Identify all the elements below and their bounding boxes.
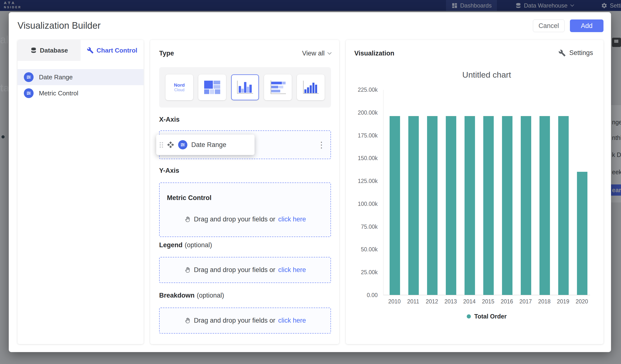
- click-here-link[interactable]: click here: [278, 266, 306, 274]
- visualization-builder-modal: Visualization Builder Cancel Add Databas…: [9, 12, 611, 352]
- kebab-menu-icon[interactable]: ⋮: [317, 141, 326, 149]
- tab-chart-control-label: Chart Control: [97, 47, 138, 54]
- add-button[interactable]: Add: [570, 19, 604, 32]
- control-sliders-icon: [178, 140, 187, 149]
- chart-bar: [521, 116, 531, 295]
- x-axis-heading: X-Axis: [159, 116, 180, 123]
- breakdown-section-heading: Breakdown(optional): [159, 292, 224, 299]
- chart-bar: [408, 116, 419, 295]
- y-tick-label: 100.00k: [358, 201, 378, 207]
- x-axis-dropzone[interactable]: Date Range ⋮: [159, 130, 331, 159]
- drop-hint: Drag and drop your fields or click here: [184, 317, 306, 324]
- cancel-button[interactable]: Cancel: [533, 19, 565, 32]
- chart-bar: [483, 116, 494, 295]
- drop-hint: Drag and drop your fields or click here: [160, 216, 330, 223]
- tab-chart-control[interactable]: Chart Control: [81, 40, 144, 61]
- word-cloud-word: Cloud: [174, 88, 184, 92]
- x-tick-label: 2020: [572, 298, 592, 305]
- chart-bar: [577, 172, 587, 295]
- y-tick-label: 125.00k: [358, 178, 378, 184]
- chart-bar: [465, 116, 475, 295]
- y-tick-label: 175.00k: [358, 132, 378, 139]
- tools-icon: [558, 49, 566, 57]
- drop-hint-text: Drag and drop your fields or: [194, 266, 276, 274]
- chart-type-bar-selected[interactable]: [231, 74, 259, 100]
- tools-icon: [87, 47, 94, 54]
- field-item-label: Metric Control: [39, 89, 78, 97]
- x-tick-label: 2019: [553, 298, 573, 305]
- drag-hand-icon: [184, 216, 191, 223]
- chart-bar: [539, 116, 550, 295]
- chart-bar: [446, 116, 456, 295]
- bar-chart-icon: [236, 79, 255, 95]
- chart-legend: Total Order: [383, 313, 590, 320]
- chip-label: Date Range: [191, 141, 226, 149]
- date-range-chip[interactable]: Date Range: [156, 135, 255, 155]
- modal-title: Visualization Builder: [17, 20, 101, 31]
- tab-database[interactable]: Database: [17, 40, 81, 61]
- chart-bar: [427, 116, 437, 295]
- chart-x-labels: 2010201120122013201420152016201720182019…: [346, 298, 604, 306]
- y-axis-heading: Y-Axis: [159, 167, 179, 174]
- x-tick-label: 2011: [403, 298, 423, 305]
- field-item-metric-control[interactable]: Metric Control: [17, 85, 144, 101]
- y-tick-label: 0.00: [367, 292, 378, 298]
- fields-panel-tabs: Database Chart Control: [17, 40, 144, 61]
- x-tick-label: 2018: [535, 298, 554, 305]
- word-cloud-word: Nord: [174, 83, 185, 88]
- click-here-link[interactable]: click here: [278, 317, 306, 324]
- chart-bar: [390, 116, 400, 295]
- x-tick-label: 2016: [497, 298, 517, 305]
- settings-label: Settings: [569, 49, 593, 57]
- settings-button[interactable]: Settings: [558, 49, 593, 57]
- chart-bar: [502, 116, 513, 295]
- type-heading: Type: [159, 50, 174, 57]
- y-tick-label: 150.00k: [358, 155, 378, 162]
- breakdown-optional-label: (optional): [197, 292, 224, 299]
- chart-bar: [558, 116, 569, 295]
- control-sliders-icon: [24, 88, 34, 98]
- builder-panel: Type View all Nord Cloud: [150, 40, 339, 344]
- chart-type-treemap[interactable]: [198, 74, 226, 100]
- drag-handle-icon: [160, 142, 163, 148]
- database-icon: [30, 47, 37, 54]
- metric-control-label: Metric Control: [167, 194, 211, 202]
- breakdown-heading-label: Breakdown: [159, 292, 195, 299]
- chevron-down-icon: [328, 51, 332, 55]
- horizontal-bar-icon: [268, 79, 287, 95]
- legend-dropzone[interactable]: Drag and drop your fields or click here: [159, 257, 331, 283]
- y-axis-dropzone[interactable]: Metric Control Drag and drop your fields…: [159, 182, 331, 237]
- control-sliders-icon: [24, 72, 34, 82]
- fields-panel: Database Chart Control Date Range Metric…: [17, 40, 144, 344]
- y-tick-label: 25.00k: [361, 269, 378, 276]
- legend-dot: [467, 314, 471, 318]
- tab-database-label: Database: [40, 47, 68, 54]
- y-tick-label: 50.00k: [361, 246, 378, 253]
- column-chart-icon: [301, 79, 320, 95]
- click-here-link[interactable]: click here: [278, 216, 306, 223]
- chart-type-word-cloud[interactable]: Nord Cloud: [165, 74, 193, 100]
- x-tick-label: 2010: [385, 298, 404, 305]
- chart-type-column[interactable]: [297, 74, 325, 100]
- legend-label: Total Order: [474, 313, 507, 320]
- chart-type-horizontal-bar[interactable]: [264, 74, 292, 100]
- chart-title: Untitled chart: [383, 70, 590, 80]
- legend-section-heading: Legend(optional): [159, 241, 212, 249]
- move-icon: [167, 141, 174, 148]
- visualization-heading: Visualization: [354, 50, 395, 57]
- chart-plot: [383, 90, 590, 295]
- drop-hint-text: Drag and drop your fields or: [194, 317, 276, 324]
- breakdown-dropzone[interactable]: Drag and drop your fields or click here: [159, 308, 331, 334]
- drag-hand-icon: [184, 317, 191, 324]
- word-cloud-thumbnail: Nord Cloud: [174, 83, 185, 92]
- drag-hand-icon: [184, 267, 191, 274]
- drop-hint-text: Drag and drop your fields or: [194, 216, 276, 223]
- x-tick-label: 2015: [478, 298, 498, 305]
- view-all-button[interactable]: View all: [302, 50, 331, 57]
- chart-type-selector: Nord Cloud: [159, 67, 331, 107]
- legend-optional-label: (optional): [185, 241, 212, 249]
- y-tick-label: 200.00k: [358, 109, 378, 116]
- drop-hint: Drag and drop your fields or click here: [184, 266, 306, 274]
- field-item-date-range[interactable]: Date Range: [17, 69, 144, 85]
- legend-heading-label: Legend: [159, 241, 183, 249]
